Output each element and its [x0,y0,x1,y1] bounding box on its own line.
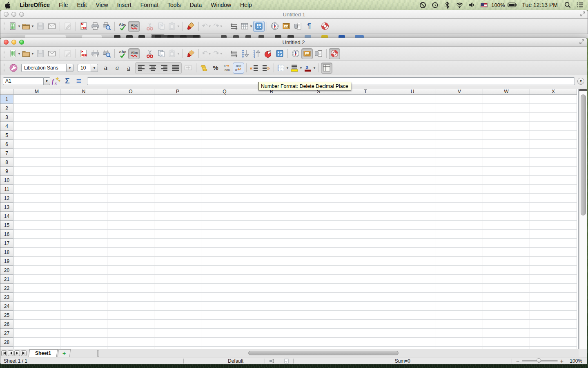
grid-cell-N15[interactable] [60,221,107,230]
column-header-O[interactable]: O [107,89,154,95]
battery-icon[interactable] [508,1,517,9]
grid-cell-W27[interactable] [483,329,530,338]
grid-cell-W1[interactable] [483,95,530,104]
grid-cell-W16[interactable] [483,230,530,239]
grid-cell-S18[interactable] [295,248,342,257]
copy-button[interactable] [156,48,167,59]
grid-cell-X26[interactable] [530,320,577,329]
grid-cell-M10[interactable] [13,176,60,185]
volume-icon[interactable] [467,1,477,9]
chevron-down-icon[interactable]: ▼ [31,25,34,28]
grid-cell-W5[interactable] [483,131,530,140]
grid-cell-V24[interactable] [436,302,483,311]
grid-cell-R24[interactable] [248,302,295,311]
grid-cell-M14[interactable] [13,212,60,221]
grid-cell-N1[interactable] [60,95,107,104]
zoom-slider-thumb[interactable] [537,358,541,363]
row-header-12[interactable]: 12 [0,194,13,203]
do-not-disturb-icon[interactable] [418,1,428,9]
open-folder-button[interactable]: ▼ [21,48,35,59]
grid-cell-Q2[interactable] [201,104,248,113]
grid-cell-V6[interactable] [436,140,483,149]
grid-cell-N10[interactable] [60,176,107,185]
grid-cell-T13[interactable] [342,203,389,212]
grid-cell-V18[interactable] [436,248,483,257]
grid-cell-P9[interactable] [154,167,201,176]
apple-menu[interactable] [0,0,15,10]
toolbar-drag-handle[interactable] [4,21,6,31]
grid-cell-W10[interactable] [483,176,530,185]
page-style[interactable]: Default [184,358,229,364]
grid-cell-Q16[interactable] [201,230,248,239]
row-header-17[interactable]: 17 [0,239,13,248]
grid-cell-S8[interactable] [295,158,342,167]
grid-cell-R28[interactable] [248,338,295,347]
open-folder-button[interactable]: ▼ [21,21,35,32]
grid-cell-O27[interactable] [107,329,154,338]
vertical-scrollbar[interactable] [579,89,587,349]
row-header-4[interactable]: 4 [0,122,13,131]
digital-signature-icon[interactable] [279,359,293,364]
row-header-22[interactable]: 22 [0,284,13,293]
grid-cell-O12[interactable] [107,194,154,203]
grid-cell-S26[interactable] [295,320,342,329]
grid-cell-P16[interactable] [154,230,201,239]
chevron-down-icon[interactable]: ▼ [91,64,98,72]
grid-cell-N8[interactable] [60,158,107,167]
grid-cell-M9[interactable] [13,167,60,176]
grid-cell-M28[interactable] [13,338,60,347]
grid-cell-W2[interactable] [483,104,530,113]
grid-cell-U28[interactable] [389,338,436,347]
grid-cell-S4[interactable] [295,122,342,131]
grid-cell-P1[interactable] [154,95,201,104]
grid-cell-P3[interactable] [154,113,201,122]
grid-cell-U20[interactable] [389,266,436,275]
chevron-down-icon[interactable]: ▼ [31,52,34,56]
grid-cell-R10[interactable] [248,176,295,185]
grid-cell-W22[interactable] [483,284,530,293]
row-header-10[interactable]: 10 [0,176,13,185]
grid-cell-X5[interactable] [530,131,577,140]
grid-cell-N19[interactable] [60,257,107,266]
spellcheck-button[interactable]: Abc [117,48,128,59]
us-flag-icon[interactable] [479,1,489,9]
grid-cell-P8[interactable] [154,158,201,167]
grid-cell-T2[interactable] [342,104,389,113]
menu-item-edit[interactable]: Edit [72,0,91,10]
grid-cell-S15[interactable] [295,221,342,230]
decrease-indent-button[interactable]: « [249,63,260,74]
grid-cell-M24[interactable] [13,302,60,311]
grid-cell-M1[interactable] [13,95,60,104]
grid-cell-Q21[interactable] [201,275,248,284]
navigator-button[interactable] [290,48,301,59]
grid-cell-S27[interactable] [295,329,342,338]
grid-cell-Q5[interactable] [201,131,248,140]
row-header-15[interactable]: 15 [0,221,13,230]
grid-cell-P15[interactable] [154,221,201,230]
column-header-X[interactable]: X [530,89,577,95]
window2-titlebar[interactable]: Untitled 2 [0,38,587,47]
grid-cell-M23[interactable] [13,293,60,302]
cut-button[interactable] [144,48,156,59]
grid-cell-X9[interactable] [530,167,577,176]
grid-cell-X28[interactable] [530,338,577,347]
grid-cell-T22[interactable] [342,284,389,293]
formula-bar-expand-dropdown[interactable]: ▼ [577,78,584,85]
grid-cell-X6[interactable] [530,140,577,149]
grid-cell-O5[interactable] [107,131,154,140]
grid-cell-T16[interactable] [342,230,389,239]
grid-cell-W6[interactable] [483,140,530,149]
time-machine-icon[interactable] [430,1,440,9]
row-header-28[interactable]: 28 [0,338,13,347]
chevron-down-icon[interactable]: ▼ [220,25,223,28]
help-button[interactable] [319,21,331,32]
grid-cell-T23[interactable] [342,293,389,302]
grid-cell-X10[interactable] [530,176,577,185]
grid-cell-W17[interactable] [483,239,530,248]
increase-indent-button[interactable]: » [260,63,272,74]
clone-formatting-button[interactable] [185,48,196,59]
gallery-button[interactable] [301,48,313,59]
grid-cell-R6[interactable] [248,140,295,149]
grid-cell-X3[interactable] [530,113,577,122]
grid-cell-N11[interactable] [60,185,107,194]
